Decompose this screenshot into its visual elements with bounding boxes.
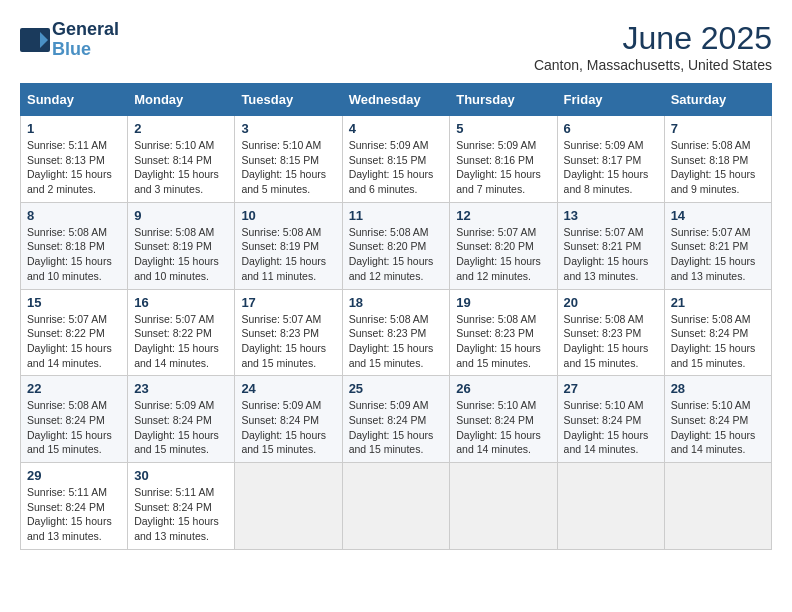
calendar-cell: 18Sunrise: 5:08 AMSunset: 8:23 PMDayligh…: [342, 289, 450, 376]
day-number: 3: [241, 121, 335, 136]
day-number: 27: [564, 381, 658, 396]
day-number: 17: [241, 295, 335, 310]
calendar-cell: [235, 463, 342, 550]
calendar-cell: 28Sunrise: 5:10 AMSunset: 8:24 PMDayligh…: [664, 376, 771, 463]
calendar-header-row: SundayMondayTuesdayWednesdayThursdayFrid…: [21, 84, 772, 116]
calendar-header-wednesday: Wednesday: [342, 84, 450, 116]
calendar-header-thursday: Thursday: [450, 84, 557, 116]
calendar-header-saturday: Saturday: [664, 84, 771, 116]
day-info: Sunrise: 5:07 AMSunset: 8:21 PMDaylight:…: [671, 225, 765, 284]
day-number: 23: [134, 381, 228, 396]
logo-icon: [20, 28, 50, 52]
day-info: Sunrise: 5:09 AMSunset: 8:17 PMDaylight:…: [564, 138, 658, 197]
day-info: Sunrise: 5:08 AMSunset: 8:18 PMDaylight:…: [27, 225, 121, 284]
calendar-cell: [342, 463, 450, 550]
day-number: 28: [671, 381, 765, 396]
calendar-cell: 23Sunrise: 5:09 AMSunset: 8:24 PMDayligh…: [128, 376, 235, 463]
calendar-cell: 5Sunrise: 5:09 AMSunset: 8:16 PMDaylight…: [450, 116, 557, 203]
day-number: 14: [671, 208, 765, 223]
calendar-table: SundayMondayTuesdayWednesdayThursdayFrid…: [20, 83, 772, 550]
day-number: 19: [456, 295, 550, 310]
day-number: 12: [456, 208, 550, 223]
calendar-cell: 10Sunrise: 5:08 AMSunset: 8:19 PMDayligh…: [235, 202, 342, 289]
calendar-cell: [450, 463, 557, 550]
day-number: 15: [27, 295, 121, 310]
day-number: 13: [564, 208, 658, 223]
day-number: 2: [134, 121, 228, 136]
title-section: June 2025 Canton, Massachusetts, United …: [534, 20, 772, 73]
calendar-cell: 24Sunrise: 5:09 AMSunset: 8:24 PMDayligh…: [235, 376, 342, 463]
calendar-header-sunday: Sunday: [21, 84, 128, 116]
calendar-header-monday: Monday: [128, 84, 235, 116]
day-info: Sunrise: 5:09 AMSunset: 8:15 PMDaylight:…: [349, 138, 444, 197]
day-info: Sunrise: 5:08 AMSunset: 8:19 PMDaylight:…: [241, 225, 335, 284]
day-info: Sunrise: 5:09 AMSunset: 8:24 PMDaylight:…: [349, 398, 444, 457]
calendar-week-3: 22Sunrise: 5:08 AMSunset: 8:24 PMDayligh…: [21, 376, 772, 463]
day-number: 10: [241, 208, 335, 223]
day-info: Sunrise: 5:11 AMSunset: 8:24 PMDaylight:…: [27, 485, 121, 544]
day-info: Sunrise: 5:11 AMSunset: 8:13 PMDaylight:…: [27, 138, 121, 197]
day-info: Sunrise: 5:10 AMSunset: 8:24 PMDaylight:…: [671, 398, 765, 457]
calendar-header-friday: Friday: [557, 84, 664, 116]
calendar-cell: 20Sunrise: 5:08 AMSunset: 8:23 PMDayligh…: [557, 289, 664, 376]
day-number: 1: [27, 121, 121, 136]
day-info: Sunrise: 5:07 AMSunset: 8:22 PMDaylight:…: [134, 312, 228, 371]
calendar-cell: 4Sunrise: 5:09 AMSunset: 8:15 PMDaylight…: [342, 116, 450, 203]
day-info: Sunrise: 5:07 AMSunset: 8:20 PMDaylight:…: [456, 225, 550, 284]
day-number: 18: [349, 295, 444, 310]
calendar-cell: 21Sunrise: 5:08 AMSunset: 8:24 PMDayligh…: [664, 289, 771, 376]
day-number: 8: [27, 208, 121, 223]
day-info: Sunrise: 5:08 AMSunset: 8:23 PMDaylight:…: [564, 312, 658, 371]
calendar-cell: 8Sunrise: 5:08 AMSunset: 8:18 PMDaylight…: [21, 202, 128, 289]
calendar-cell: 26Sunrise: 5:10 AMSunset: 8:24 PMDayligh…: [450, 376, 557, 463]
day-info: Sunrise: 5:08 AMSunset: 8:19 PMDaylight:…: [134, 225, 228, 284]
calendar-body: 1Sunrise: 5:11 AMSunset: 8:13 PMDaylight…: [21, 116, 772, 550]
day-info: Sunrise: 5:08 AMSunset: 8:23 PMDaylight:…: [349, 312, 444, 371]
calendar-cell: 7Sunrise: 5:08 AMSunset: 8:18 PMDaylight…: [664, 116, 771, 203]
day-number: 16: [134, 295, 228, 310]
calendar-cell: 13Sunrise: 5:07 AMSunset: 8:21 PMDayligh…: [557, 202, 664, 289]
day-info: Sunrise: 5:10 AMSunset: 8:15 PMDaylight:…: [241, 138, 335, 197]
day-info: Sunrise: 5:08 AMSunset: 8:24 PMDaylight:…: [671, 312, 765, 371]
calendar-cell: 19Sunrise: 5:08 AMSunset: 8:23 PMDayligh…: [450, 289, 557, 376]
day-info: Sunrise: 5:09 AMSunset: 8:24 PMDaylight:…: [241, 398, 335, 457]
day-info: Sunrise: 5:10 AMSunset: 8:14 PMDaylight:…: [134, 138, 228, 197]
day-number: 20: [564, 295, 658, 310]
calendar-cell: 2Sunrise: 5:10 AMSunset: 8:14 PMDaylight…: [128, 116, 235, 203]
logo-text: General Blue: [52, 20, 119, 60]
calendar-cell: 22Sunrise: 5:08 AMSunset: 8:24 PMDayligh…: [21, 376, 128, 463]
day-info: Sunrise: 5:07 AMSunset: 8:21 PMDaylight:…: [564, 225, 658, 284]
day-number: 25: [349, 381, 444, 396]
day-number: 11: [349, 208, 444, 223]
day-info: Sunrise: 5:10 AMSunset: 8:24 PMDaylight:…: [564, 398, 658, 457]
calendar-cell: 6Sunrise: 5:09 AMSunset: 8:17 PMDaylight…: [557, 116, 664, 203]
month-title: June 2025: [534, 20, 772, 57]
calendar-cell: 30Sunrise: 5:11 AMSunset: 8:24 PMDayligh…: [128, 463, 235, 550]
day-number: 9: [134, 208, 228, 223]
day-number: 5: [456, 121, 550, 136]
day-info: Sunrise: 5:08 AMSunset: 8:24 PMDaylight:…: [27, 398, 121, 457]
calendar-cell: 15Sunrise: 5:07 AMSunset: 8:22 PMDayligh…: [21, 289, 128, 376]
day-number: 24: [241, 381, 335, 396]
calendar-cell: 27Sunrise: 5:10 AMSunset: 8:24 PMDayligh…: [557, 376, 664, 463]
calendar-cell: 29Sunrise: 5:11 AMSunset: 8:24 PMDayligh…: [21, 463, 128, 550]
day-number: 21: [671, 295, 765, 310]
day-info: Sunrise: 5:10 AMSunset: 8:24 PMDaylight:…: [456, 398, 550, 457]
calendar-cell: 9Sunrise: 5:08 AMSunset: 8:19 PMDaylight…: [128, 202, 235, 289]
day-info: Sunrise: 5:08 AMSunset: 8:20 PMDaylight:…: [349, 225, 444, 284]
day-info: Sunrise: 5:09 AMSunset: 8:16 PMDaylight:…: [456, 138, 550, 197]
calendar-cell: 12Sunrise: 5:07 AMSunset: 8:20 PMDayligh…: [450, 202, 557, 289]
day-info: Sunrise: 5:07 AMSunset: 8:23 PMDaylight:…: [241, 312, 335, 371]
page-header: General Blue June 2025 Canton, Massachus…: [20, 20, 772, 73]
calendar-cell: 16Sunrise: 5:07 AMSunset: 8:22 PMDayligh…: [128, 289, 235, 376]
day-number: 6: [564, 121, 658, 136]
calendar-week-2: 15Sunrise: 5:07 AMSunset: 8:22 PMDayligh…: [21, 289, 772, 376]
calendar-cell: [557, 463, 664, 550]
day-number: 29: [27, 468, 121, 483]
calendar-cell: 17Sunrise: 5:07 AMSunset: 8:23 PMDayligh…: [235, 289, 342, 376]
day-number: 4: [349, 121, 444, 136]
location-text: Canton, Massachusetts, United States: [534, 57, 772, 73]
calendar-cell: 3Sunrise: 5:10 AMSunset: 8:15 PMDaylight…: [235, 116, 342, 203]
calendar-header-tuesday: Tuesday: [235, 84, 342, 116]
day-info: Sunrise: 5:08 AMSunset: 8:23 PMDaylight:…: [456, 312, 550, 371]
